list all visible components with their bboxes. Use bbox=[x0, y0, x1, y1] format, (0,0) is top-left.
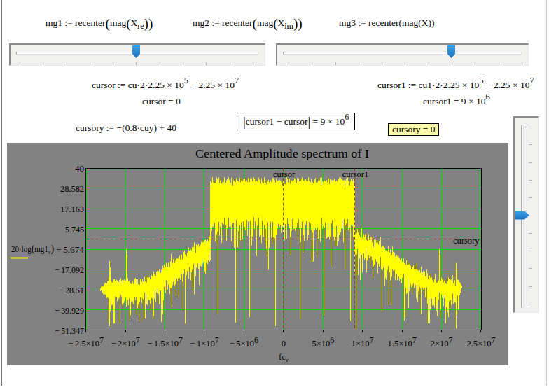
svg-text:− 17.092: − 17.092 bbox=[55, 265, 84, 275]
svg-text:fcν: fcν bbox=[279, 352, 289, 363]
svg-text:40: 40 bbox=[75, 164, 84, 174]
svg-text:− 1.5×107: − 1.5×107 bbox=[147, 335, 183, 349]
svg-text:Centered Amplitude spectrum of: Centered Amplitude spectrum of I bbox=[195, 146, 369, 160]
svg-text:5×106: 5×106 bbox=[312, 335, 334, 349]
svg-text:2.5×107: 2.5×107 bbox=[466, 335, 495, 349]
svg-text:cursory: cursory bbox=[453, 236, 480, 246]
svg-text:cursor: cursor bbox=[273, 169, 296, 179]
svg-text:− 51.347: − 51.347 bbox=[55, 326, 84, 336]
svg-text:5.745: 5.745 bbox=[65, 225, 84, 234]
svg-text:− 5.674: − 5.674 bbox=[56, 245, 85, 255]
svg-text:− 39.929: − 39.929 bbox=[55, 306, 84, 316]
svg-text:1.5×107: 1.5×107 bbox=[388, 335, 417, 349]
svg-text:− 2×107: − 2×107 bbox=[111, 335, 139, 349]
svg-text:− 5×106: − 5×106 bbox=[230, 335, 258, 349]
svg-text:− 1×107: − 1×107 bbox=[190, 335, 218, 349]
svg-text:− 2.5×107: − 2.5×107 bbox=[68, 335, 104, 349]
svg-text:28.582: 28.582 bbox=[60, 184, 84, 194]
svg-text:0: 0 bbox=[282, 339, 286, 349]
svg-text:cursor1: cursor1 bbox=[342, 169, 369, 179]
svg-text:2×107: 2×107 bbox=[431, 335, 453, 349]
svg-text:1×107: 1×107 bbox=[352, 335, 374, 349]
svg-text:20·log(mg1ν): 20·log(mg1ν) bbox=[11, 243, 54, 255]
svg-text:17.163: 17.163 bbox=[60, 204, 84, 214]
svg-text:− 28.51: − 28.51 bbox=[59, 286, 84, 295]
